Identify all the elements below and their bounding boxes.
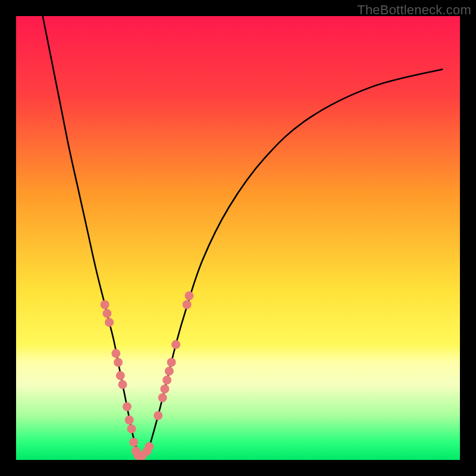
data-marker bbox=[129, 438, 138, 447]
data-marker bbox=[154, 411, 162, 420]
data-marker bbox=[105, 318, 114, 327]
data-marker bbox=[162, 375, 171, 384]
data-marker bbox=[145, 442, 154, 451]
data-marker bbox=[127, 424, 136, 433]
data-marker bbox=[160, 384, 169, 393]
data-marker bbox=[158, 393, 167, 402]
data-marker bbox=[165, 367, 174, 375]
data-marker bbox=[184, 291, 193, 300]
data-marker bbox=[167, 358, 176, 367]
data-marker bbox=[183, 300, 192, 309]
data-marker bbox=[116, 371, 125, 380]
data-marker bbox=[111, 349, 120, 358]
outer-frame: TheBottleneck.com bbox=[0, 0, 476, 476]
data-marker bbox=[118, 380, 127, 389]
data-marker bbox=[101, 300, 109, 309]
data-marker bbox=[102, 309, 111, 318]
data-marker bbox=[123, 402, 131, 411]
attribution-label: TheBottleneck.com bbox=[357, 2, 471, 18]
data-marker bbox=[171, 340, 180, 349]
curve-bottleneck-curve bbox=[43, 16, 442, 457]
plot-area bbox=[16, 16, 460, 460]
data-marker bbox=[125, 415, 134, 424]
data-marker bbox=[114, 358, 123, 367]
chart-svg bbox=[16, 16, 460, 460]
